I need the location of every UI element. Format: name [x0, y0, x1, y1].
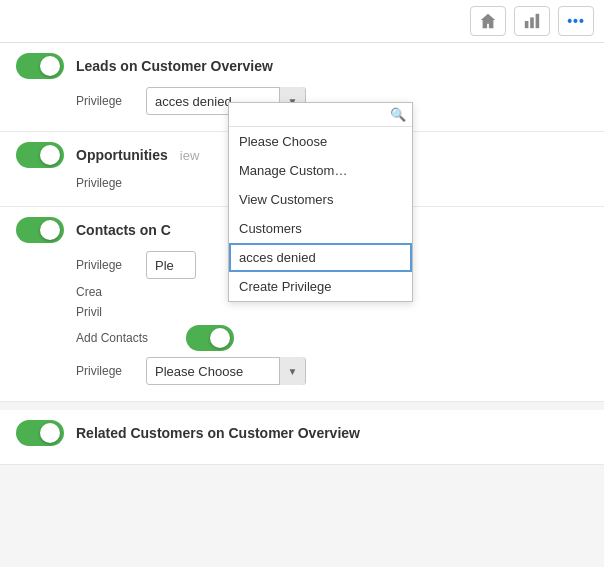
toolbar: ••• — [0, 0, 604, 43]
add-contacts-toggle[interactable] — [186, 325, 234, 351]
dropdown-option-customers[interactable]: Customers — [229, 214, 412, 243]
leads-privilege-label: Privilege — [76, 94, 136, 108]
related-customers-title: Related Customers on Customer Overview — [76, 425, 360, 441]
dropdown-option-please-choose[interactable]: Please Choose — [229, 127, 412, 156]
leads-row-header: Leads on Customer Overview — [16, 53, 588, 79]
opportunities-title: Opportunities — [76, 147, 168, 163]
contacts-sub-privilege-arrow[interactable]: ▼ — [279, 357, 305, 385]
contacts-privil-label: Privil — [76, 305, 136, 319]
contacts-privilege-value: Ple — [147, 258, 195, 273]
opportunities-privilege-label: Privilege — [76, 176, 136, 190]
opportunities-toggle[interactable] — [16, 142, 64, 168]
contacts-toggle[interactable] — [16, 217, 64, 243]
add-contacts-row: Add Contacts — [16, 325, 588, 351]
related-customers-toggle[interactable] — [16, 420, 64, 446]
chart-button[interactable] — [514, 6, 550, 36]
related-customers-row: Related Customers on Customer Overview — [0, 410, 604, 465]
contacts-sub-privilege-row: Privilege Please Choose ▼ — [16, 357, 588, 385]
home-button[interactable] — [470, 6, 506, 36]
contacts-sub-privilege-label: Privilege — [76, 364, 136, 378]
contacts-title: Contacts on C — [76, 222, 171, 238]
opportunities-title-suffix: iew — [180, 148, 200, 163]
contacts-privil-row: Privil — [16, 305, 588, 319]
leads-title: Leads on Customer Overview — [76, 58, 273, 74]
svg-rect-2 — [536, 14, 540, 28]
search-icon: 🔍 — [390, 107, 406, 122]
contacts-sub-privilege-value: Please Choose — [147, 364, 279, 379]
dropdown-option-manage-custom[interactable]: Manage Custom… — [229, 156, 412, 185]
leads-toggle[interactable] — [16, 53, 64, 79]
svg-rect-1 — [530, 17, 534, 28]
contacts-sub-privilege-dropdown[interactable]: Please Choose ▼ — [146, 357, 306, 385]
contacts-privilege-dropdown[interactable]: Ple — [146, 251, 196, 279]
dropdown-option-create-privilege[interactable]: Create Privilege — [229, 272, 412, 301]
more-button[interactable]: ••• — [558, 6, 594, 36]
add-contacts-label: Add Contacts — [76, 331, 176, 345]
dropdown-option-acces-denied[interactable]: acces denied — [229, 243, 412, 272]
svg-rect-0 — [525, 21, 529, 28]
related-customers-row-header: Related Customers on Customer Overview — [16, 420, 588, 446]
dropdown-search-row: 🔍 — [229, 103, 412, 127]
contacts-privilege-label: Privilege — [76, 258, 136, 272]
contacts-create-label: Crea — [76, 285, 136, 299]
dropdown-option-view-customers[interactable]: View Customers — [229, 185, 412, 214]
dropdown-open: 🔍 Please Choose Manage Custom… View Cust… — [228, 102, 413, 302]
dropdown-search-input[interactable] — [235, 108, 390, 122]
